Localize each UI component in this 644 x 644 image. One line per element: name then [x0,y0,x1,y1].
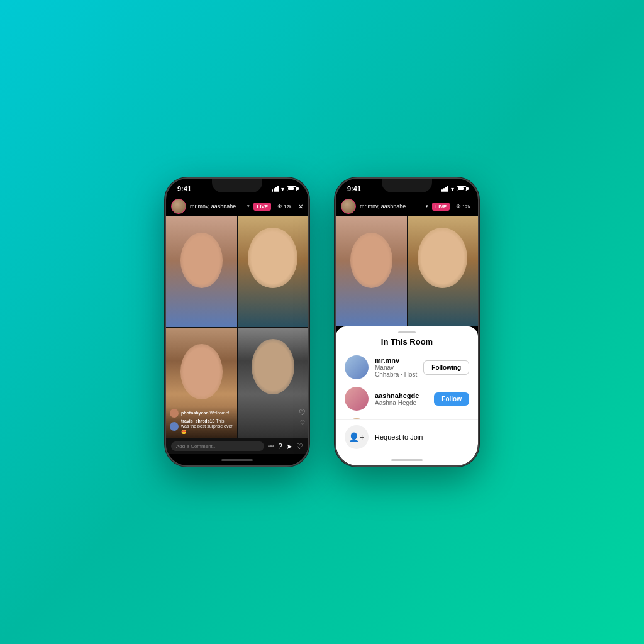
following-button-mrmnv[interactable]: Following [423,360,469,375]
host-avatar-1 [171,199,186,214]
signal-bar-2 [274,188,275,192]
add-person-icon: 👤+ [348,432,364,442]
status-bar-1: 9:41 ▾ [166,179,308,196]
live-badge-2[interactable]: LIVE [432,203,450,211]
comment-text-2: travis_shreds18 This was the best surpri… [181,419,233,435]
wifi-icon-2: ▾ [451,186,454,192]
modal-title: In This Room [336,336,478,352]
list-item-unnatim: unnati_m Unnati Malharkar Follow [336,414,478,419]
phone-1: 9:41 ▾ mr.mnv, [165,177,309,467]
video-cell-2-2 [408,216,479,326]
fullname-mrmnv: Manav Chhabra · Host [375,364,417,378]
status-time-1: 9:41 [177,185,191,192]
heart-icon-1: ♡ [299,408,306,417]
signal-bar-6 [443,188,445,192]
signal-bar-5 [441,189,443,192]
video-cell-3: photosbyean Welcome! travis_shreds18 Thi… [166,328,237,438]
phone-2-screen: 9:41 ▾ mr.mnv, [336,179,478,465]
video-cell-1 [166,216,237,327]
battery-icon-1 [287,186,297,191]
list-item-mrmnv: mr.mnv Manav Chhabra · Host Following [336,352,478,383]
video-cell-2-1 [336,216,407,326]
home-bar-2 [391,459,423,461]
viewer-number-2: 12k [462,204,470,209]
comment-bar-1: Add a Comment... ••• ? ➤ ♡ [166,438,308,454]
eye-icon-1: 👁 [277,204,282,209]
battery-icon-2 [457,186,467,191]
comment-item-2: travis_shreds18 This was the best surpri… [170,419,233,435]
signal-bar-4 [277,186,279,192]
signal-bars-2 [441,186,448,192]
comment-item-1: photosbyean Welcome! [170,409,233,418]
username-aashnahegde: aashnahegde [375,392,428,399]
request-join-section[interactable]: 👤+ Request to Join [336,419,478,454]
status-bar-2: 9:41 ▾ [336,179,478,196]
wifi-icon-1: ▾ [281,186,284,192]
modal-handle [336,326,478,336]
stream-username-2: mr.mnv, aashnahe... [360,203,422,209]
comment-text-1: photosbyean Welcome! [181,411,230,416]
signal-bars-1 [272,186,279,192]
video-grid-2 [336,216,478,326]
action-icons-1: ? ➤ ♡ [278,442,303,451]
avatar-mrmnv [345,355,369,379]
phone-2: 9:41 ▾ mr.mnv, [335,177,479,467]
follow-button-aashnahegde[interactable]: Follow [434,392,469,406]
user-info-mrmnv: mr.mnv Manav Chhabra · Host [375,357,417,378]
status-icons-2: ▾ [441,186,467,192]
stream-header-2: mr.mnv, aashnahe... ▾ LIVE 👁 12k [336,196,478,216]
comment-avatar-1 [170,409,179,418]
avatar-aashnahegde [345,387,369,411]
viewer-count-2: 👁 12k [453,203,473,211]
signal-bar-8 [447,186,448,192]
comment-avatar-2 [170,422,179,431]
modal-handle-bar [398,331,416,333]
user-info-aashnahegde: aashnahegde Aashna Hegde [375,392,428,406]
live-badge-1[interactable]: LIVE [253,203,271,211]
battery-fill-1 [288,187,294,190]
signal-bar-3 [275,187,277,192]
username-mrmnv: mr.mnv [375,357,417,364]
comment-input-1[interactable]: Add a Comment... [171,441,264,451]
stream-header-1: mr.mnv, aashnahe... ▾ LIVE 👁 12k ✕ [166,196,308,216]
comments-overlay-1: photosbyean Welcome! travis_shreds18 Thi… [166,406,237,438]
list-item-aashnahegde: aashnahegde Aashna Hegde Follow [336,383,478,414]
home-indicator-1 [166,454,308,465]
heart-overlay-1: ♡ ♡ [299,408,306,426]
heart-icon-2: ♡ [300,419,305,426]
fullname-aashnahegde: Aashna Hegde [375,399,428,406]
status-icons-1: ▾ [272,186,297,192]
send-icon[interactable]: ➤ [286,442,292,451]
signal-bar-1 [272,189,273,192]
comment-placeholder-1: Add a Comment... [176,443,216,449]
video-cell-2 [238,216,309,327]
battery-fill-2 [458,187,464,190]
close-button-1[interactable]: ✕ [298,203,303,210]
host-avatar-2 [341,199,356,214]
phone-1-screen: 9:41 ▾ mr.mnv, [166,179,308,465]
home-bar-1 [221,459,253,461]
video-grid-1: photosbyean Welcome! travis_shreds18 Thi… [166,216,308,438]
power-button [308,235,309,254]
chevron-down-icon-1: ▾ [247,204,250,209]
signal-bar-7 [445,187,447,192]
viewer-count-1: 👁 12k [275,203,294,211]
more-options-icon[interactable]: ••• [268,443,275,450]
in-this-room-modal: In This Room mr.mnv Manav Chhabra · Host… [336,326,478,465]
chevron-down-icon-2: ▾ [426,204,428,209]
stream-username-1: mr.mnv, aashnahe... [190,203,243,209]
request-join-icon: 👤+ [345,425,369,449]
like-icon[interactable]: ♡ [296,442,303,451]
request-join-text: Request to Join [375,433,423,441]
question-icon[interactable]: ? [278,442,282,451]
phones-container: 9:41 ▾ mr.mnv, [165,177,479,467]
power-button-2 [478,235,479,254]
modal-user-list: mr.mnv Manav Chhabra · Host Following aa… [336,352,478,419]
status-time-2: 9:41 [347,185,361,192]
viewer-number-1: 12k [284,204,292,209]
video-cell-4: ♡ ♡ [238,328,309,438]
home-indicator-2 [336,454,478,465]
eye-icon-2: 👁 [456,204,461,209]
